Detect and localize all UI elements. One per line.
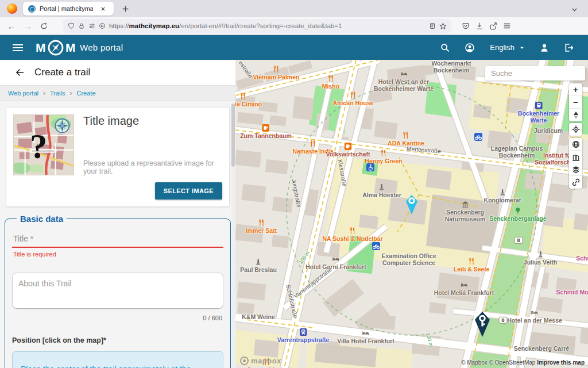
new-tab-button[interactable]	[119, 3, 131, 14]
trail-center-marker[interactable]	[405, 195, 419, 214]
trail-title-input[interactable]	[12, 229, 223, 248]
back-button[interactable]: ←	[3, 21, 20, 31]
mapbox-logo[interactable]: mapbox	[240, 356, 281, 365]
title-image-hint: Please upload a represantative image for…	[83, 159, 222, 175]
tab-list-chevron-icon[interactable]	[568, 3, 580, 15]
app-header: M M Web portal English	[0, 35, 588, 60]
lock-icon[interactable]	[78, 22, 85, 29]
title-image-placeholder: ?	[13, 114, 74, 175]
buildings-layer-button[interactable]	[569, 151, 582, 163]
map-search-input[interactable]	[485, 66, 585, 80]
breadcrumb-web-portal[interactable]: Web portal	[8, 90, 38, 97]
title-error-message: Title is required	[13, 251, 222, 258]
browser-window: Portal | mathcitymap.eu ← → https://math…	[0, 0, 588, 368]
zoom-in-button[interactable]: +	[569, 83, 582, 96]
position-hint-box: Place the center of the trail approximat…	[12, 351, 223, 368]
title-image-heading: Title image	[83, 114, 222, 128]
url-text[interactable]: https://mathcitymap.eu/en/portal-en/#!/t…	[109, 22, 425, 29]
browser-tab[interactable]: Portal | mathcitymap.eu	[23, 2, 114, 16]
tracking-shield-icon[interactable]	[68, 22, 75, 29]
locate-button[interactable]	[569, 123, 582, 136]
map-layer-controls	[569, 138, 582, 189]
breadcrumb-create[interactable]: Create	[76, 90, 95, 97]
layers-button[interactable]	[569, 163, 582, 176]
breadcrumb-separator: ›	[69, 89, 72, 97]
map-canvas[interactable]: Vietnam PalmenMishoAfrican HouseHotel We…	[235, 60, 588, 368]
about-trail-textarea[interactable]	[12, 273, 223, 309]
logo-letter: M	[36, 41, 46, 55]
title-image-card: ? Title image Please upload a represanta…	[6, 107, 230, 207]
mcm-logo[interactable]: M M Web portal	[36, 39, 123, 56]
globe-layer-button[interactable]	[569, 138, 582, 151]
breadcrumb-trails[interactable]: Trails	[50, 90, 65, 97]
map-locate-control	[569, 123, 582, 136]
logout-icon[interactable]	[564, 43, 573, 52]
basic-data-legend: Basic data	[17, 214, 67, 224]
bookmark-star-icon[interactable]	[439, 22, 447, 30]
reader-mode-icon[interactable]	[429, 22, 436, 29]
tab-favicon-icon	[28, 5, 36, 13]
existing-trail-marker[interactable]	[473, 312, 492, 337]
chevron-down-icon	[519, 45, 525, 51]
compass-icon	[47, 39, 64, 56]
share-link-button[interactable]	[569, 176, 582, 189]
reload-button[interactable]	[38, 20, 49, 32]
zoom-out-button[interactable]: −	[569, 96, 582, 109]
downloads-icon[interactable]	[475, 22, 483, 30]
browser-tab-bar: Portal | mathcitymap.eu	[0, 0, 588, 17]
attribution-mapbox[interactable]: © Mapbox	[461, 359, 488, 366]
panel-scrollbar[interactable]	[231, 103, 235, 368]
mapbox-logo-text: mapbox	[251, 356, 281, 365]
support-icon[interactable]	[465, 43, 475, 53]
share-icon[interactable]	[489, 22, 497, 30]
location-permission-icon[interactable]	[99, 22, 106, 29]
compass-pitch-button[interactable]	[569, 109, 582, 121]
logo-letter: M	[65, 41, 76, 55]
tab-title: Portal | mathcitymap.eu	[40, 5, 93, 12]
forward-button[interactable]: →	[20, 21, 36, 31]
tab-close-icon[interactable]	[97, 3, 109, 14]
firefox-logo[interactable]	[7, 3, 17, 14]
mapbox-logo-icon	[240, 356, 249, 365]
permissions-icon[interactable]	[88, 22, 95, 29]
map-zoom-controls: + −	[569, 83, 582, 121]
url-bar[interactable]: https://mathcitymap.eu/en/portal-en/#!/t…	[63, 19, 451, 33]
account-icon[interactable]	[540, 43, 549, 52]
position-label: Position [click on the map]*	[12, 336, 223, 344]
search-icon[interactable]	[440, 43, 450, 52]
language-label: English	[490, 43, 514, 52]
question-mark: ?	[30, 127, 47, 166]
attribution-osm[interactable]: © OpenStreetMap	[489, 359, 536, 366]
sidebar-menu-icon[interactable]	[13, 44, 23, 51]
browser-toolbar: ← → https://mathcitymap.eu/en/portal-en/…	[0, 17, 588, 35]
select-image-button[interactable]: SELECT IMAGE	[155, 182, 222, 200]
logo-subtitle: Web portal	[80, 43, 123, 52]
app-menu-icon[interactable]	[503, 22, 511, 30]
pocket-icon[interactable]	[462, 22, 470, 30]
language-selector[interactable]: English	[490, 43, 525, 52]
attribution-improve-link[interactable]: Improve this map	[537, 359, 585, 366]
page-title: Create a trail	[34, 67, 90, 78]
back-arrow-icon[interactable]	[15, 68, 24, 77]
basic-data-section: Basic data Title is required 0 / 600 Pos…	[5, 214, 231, 368]
compass-rose-icon	[55, 118, 70, 133]
breadcrumb: Web portal › Trails › Create	[0, 85, 235, 101]
map-attribution: © Mapbox © OpenStreetMap Improve this ma…	[461, 359, 585, 366]
create-trail-panel: Create a trail Web portal › Trails › Cre…	[0, 60, 235, 368]
char-counter: 0 / 600	[12, 315, 222, 321]
breadcrumb-separator: ›	[43, 89, 45, 97]
